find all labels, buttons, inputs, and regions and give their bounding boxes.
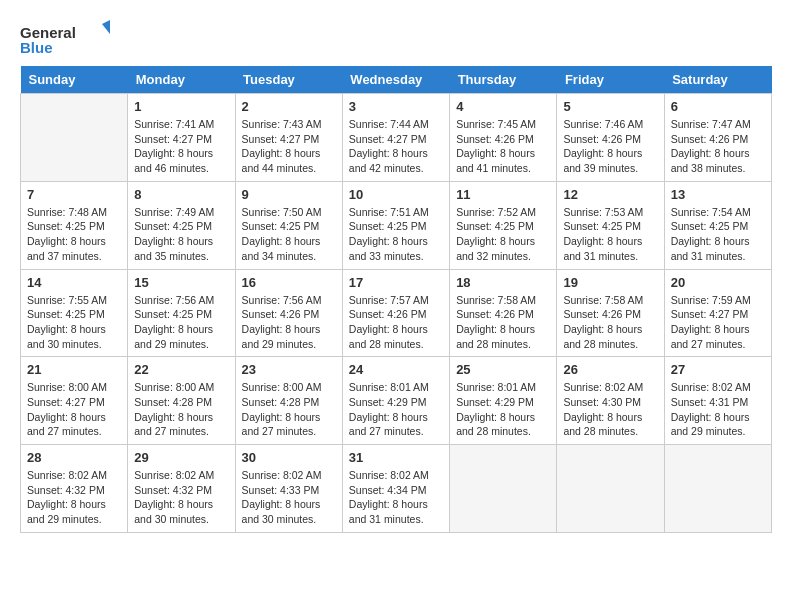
calendar-cell: 17Sunrise: 7:57 AMSunset: 4:26 PMDayligh… [342, 269, 449, 357]
day-info: Sunrise: 7:55 AMSunset: 4:25 PMDaylight:… [27, 293, 121, 352]
day-number: 6 [671, 99, 765, 114]
day-info: Sunrise: 8:00 AMSunset: 4:27 PMDaylight:… [27, 380, 121, 439]
day-info: Sunrise: 7:44 AMSunset: 4:27 PMDaylight:… [349, 117, 443, 176]
calendar-cell: 18Sunrise: 7:58 AMSunset: 4:26 PMDayligh… [450, 269, 557, 357]
day-info: Sunrise: 8:02 AMSunset: 4:30 PMDaylight:… [563, 380, 657, 439]
calendar-cell: 29Sunrise: 8:02 AMSunset: 4:32 PMDayligh… [128, 445, 235, 533]
day-info: Sunrise: 8:02 AMSunset: 4:33 PMDaylight:… [242, 468, 336, 527]
day-info: Sunrise: 8:00 AMSunset: 4:28 PMDaylight:… [134, 380, 228, 439]
day-number: 26 [563, 362, 657, 377]
calendar-cell: 9Sunrise: 7:50 AMSunset: 4:25 PMDaylight… [235, 181, 342, 269]
calendar-cell: 15Sunrise: 7:56 AMSunset: 4:25 PMDayligh… [128, 269, 235, 357]
day-number: 28 [27, 450, 121, 465]
day-info: Sunrise: 7:59 AMSunset: 4:27 PMDaylight:… [671, 293, 765, 352]
calendar-week-3: 14Sunrise: 7:55 AMSunset: 4:25 PMDayligh… [21, 269, 772, 357]
day-number: 30 [242, 450, 336, 465]
weekday-header-sunday: Sunday [21, 66, 128, 94]
calendar-cell: 14Sunrise: 7:55 AMSunset: 4:25 PMDayligh… [21, 269, 128, 357]
svg-marker-2 [102, 20, 110, 34]
day-info: Sunrise: 7:52 AMSunset: 4:25 PMDaylight:… [456, 205, 550, 264]
day-info: Sunrise: 8:00 AMSunset: 4:28 PMDaylight:… [242, 380, 336, 439]
calendar-cell: 11Sunrise: 7:52 AMSunset: 4:25 PMDayligh… [450, 181, 557, 269]
day-info: Sunrise: 8:02 AMSunset: 4:34 PMDaylight:… [349, 468, 443, 527]
day-number: 5 [563, 99, 657, 114]
calendar-cell [450, 445, 557, 533]
calendar-cell: 24Sunrise: 8:01 AMSunset: 4:29 PMDayligh… [342, 357, 449, 445]
day-info: Sunrise: 7:54 AMSunset: 4:25 PMDaylight:… [671, 205, 765, 264]
day-number: 8 [134, 187, 228, 202]
day-number: 4 [456, 99, 550, 114]
day-number: 2 [242, 99, 336, 114]
day-info: Sunrise: 8:02 AMSunset: 4:31 PMDaylight:… [671, 380, 765, 439]
day-number: 25 [456, 362, 550, 377]
day-info: Sunrise: 7:41 AMSunset: 4:27 PMDaylight:… [134, 117, 228, 176]
day-number: 24 [349, 362, 443, 377]
day-info: Sunrise: 7:46 AMSunset: 4:26 PMDaylight:… [563, 117, 657, 176]
calendar-cell [557, 445, 664, 533]
calendar-cell: 4Sunrise: 7:45 AMSunset: 4:26 PMDaylight… [450, 94, 557, 182]
calendar-week-2: 7Sunrise: 7:48 AMSunset: 4:25 PMDaylight… [21, 181, 772, 269]
weekday-header-wednesday: Wednesday [342, 66, 449, 94]
day-number: 20 [671, 275, 765, 290]
day-number: 3 [349, 99, 443, 114]
day-info: Sunrise: 7:58 AMSunset: 4:26 PMDaylight:… [456, 293, 550, 352]
calendar-cell: 23Sunrise: 8:00 AMSunset: 4:28 PMDayligh… [235, 357, 342, 445]
weekday-header-monday: Monday [128, 66, 235, 94]
calendar-cell: 25Sunrise: 8:01 AMSunset: 4:29 PMDayligh… [450, 357, 557, 445]
calendar-week-5: 28Sunrise: 8:02 AMSunset: 4:32 PMDayligh… [21, 445, 772, 533]
svg-text:Blue: Blue [20, 39, 53, 56]
page-header: General Blue [20, 20, 772, 56]
day-info: Sunrise: 7:45 AMSunset: 4:26 PMDaylight:… [456, 117, 550, 176]
day-number: 16 [242, 275, 336, 290]
calendar-cell: 19Sunrise: 7:58 AMSunset: 4:26 PMDayligh… [557, 269, 664, 357]
calendar-cell: 1Sunrise: 7:41 AMSunset: 4:27 PMDaylight… [128, 94, 235, 182]
calendar-cell: 28Sunrise: 8:02 AMSunset: 4:32 PMDayligh… [21, 445, 128, 533]
calendar-cell: 26Sunrise: 8:02 AMSunset: 4:30 PMDayligh… [557, 357, 664, 445]
day-info: Sunrise: 8:02 AMSunset: 4:32 PMDaylight:… [134, 468, 228, 527]
day-info: Sunrise: 8:01 AMSunset: 4:29 PMDaylight:… [349, 380, 443, 439]
day-number: 9 [242, 187, 336, 202]
day-number: 31 [349, 450, 443, 465]
weekday-header-row: SundayMondayTuesdayWednesdayThursdayFrid… [21, 66, 772, 94]
day-number: 27 [671, 362, 765, 377]
calendar-cell [664, 445, 771, 533]
calendar-cell: 2Sunrise: 7:43 AMSunset: 4:27 PMDaylight… [235, 94, 342, 182]
logo: General Blue [20, 20, 110, 56]
day-info: Sunrise: 7:57 AMSunset: 4:26 PMDaylight:… [349, 293, 443, 352]
calendar-cell: 6Sunrise: 7:47 AMSunset: 4:26 PMDaylight… [664, 94, 771, 182]
weekday-header-thursday: Thursday [450, 66, 557, 94]
day-info: Sunrise: 7:56 AMSunset: 4:25 PMDaylight:… [134, 293, 228, 352]
day-info: Sunrise: 7:48 AMSunset: 4:25 PMDaylight:… [27, 205, 121, 264]
weekday-header-tuesday: Tuesday [235, 66, 342, 94]
weekday-header-saturday: Saturday [664, 66, 771, 94]
day-number: 14 [27, 275, 121, 290]
day-info: Sunrise: 7:49 AMSunset: 4:25 PMDaylight:… [134, 205, 228, 264]
day-number: 19 [563, 275, 657, 290]
calendar-week-1: 1Sunrise: 7:41 AMSunset: 4:27 PMDaylight… [21, 94, 772, 182]
day-info: Sunrise: 7:47 AMSunset: 4:26 PMDaylight:… [671, 117, 765, 176]
calendar-cell: 12Sunrise: 7:53 AMSunset: 4:25 PMDayligh… [557, 181, 664, 269]
calendar-table: SundayMondayTuesdayWednesdayThursdayFrid… [20, 66, 772, 533]
day-number: 12 [563, 187, 657, 202]
calendar-cell: 8Sunrise: 7:49 AMSunset: 4:25 PMDaylight… [128, 181, 235, 269]
day-number: 18 [456, 275, 550, 290]
calendar-body: 1Sunrise: 7:41 AMSunset: 4:27 PMDaylight… [21, 94, 772, 533]
calendar-cell: 7Sunrise: 7:48 AMSunset: 4:25 PMDaylight… [21, 181, 128, 269]
calendar-cell: 30Sunrise: 8:02 AMSunset: 4:33 PMDayligh… [235, 445, 342, 533]
day-info: Sunrise: 8:01 AMSunset: 4:29 PMDaylight:… [456, 380, 550, 439]
day-info: Sunrise: 7:50 AMSunset: 4:25 PMDaylight:… [242, 205, 336, 264]
day-number: 22 [134, 362, 228, 377]
calendar-cell: 20Sunrise: 7:59 AMSunset: 4:27 PMDayligh… [664, 269, 771, 357]
day-number: 1 [134, 99, 228, 114]
day-number: 29 [134, 450, 228, 465]
calendar-cell: 5Sunrise: 7:46 AMSunset: 4:26 PMDaylight… [557, 94, 664, 182]
day-number: 7 [27, 187, 121, 202]
day-number: 13 [671, 187, 765, 202]
calendar-cell: 3Sunrise: 7:44 AMSunset: 4:27 PMDaylight… [342, 94, 449, 182]
calendar-cell: 16Sunrise: 7:56 AMSunset: 4:26 PMDayligh… [235, 269, 342, 357]
day-number: 10 [349, 187, 443, 202]
calendar-cell: 10Sunrise: 7:51 AMSunset: 4:25 PMDayligh… [342, 181, 449, 269]
calendar-cell [21, 94, 128, 182]
logo-svg: General Blue [20, 20, 110, 56]
day-info: Sunrise: 7:53 AMSunset: 4:25 PMDaylight:… [563, 205, 657, 264]
